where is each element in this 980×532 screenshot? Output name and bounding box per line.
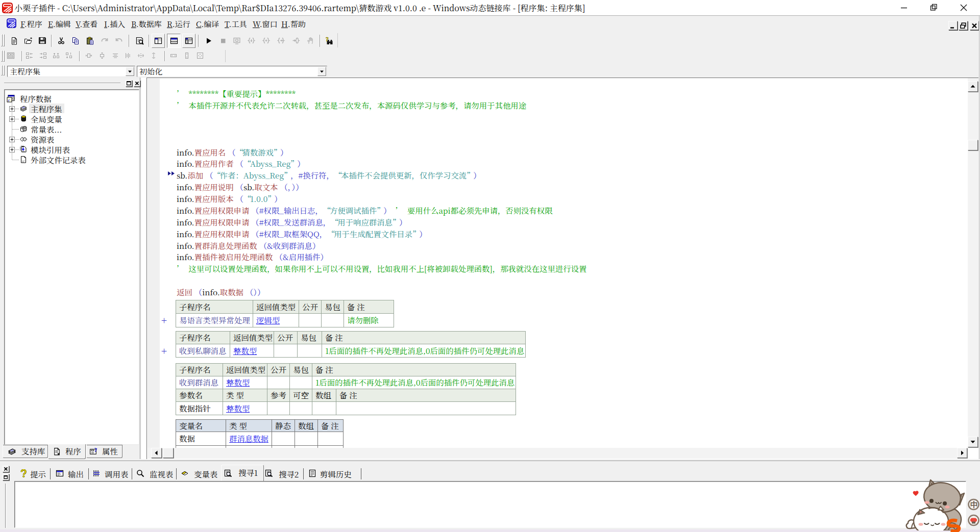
svg-text:中: 中 bbox=[970, 499, 978, 510]
svg-text:e: e bbox=[8, 97, 10, 103]
